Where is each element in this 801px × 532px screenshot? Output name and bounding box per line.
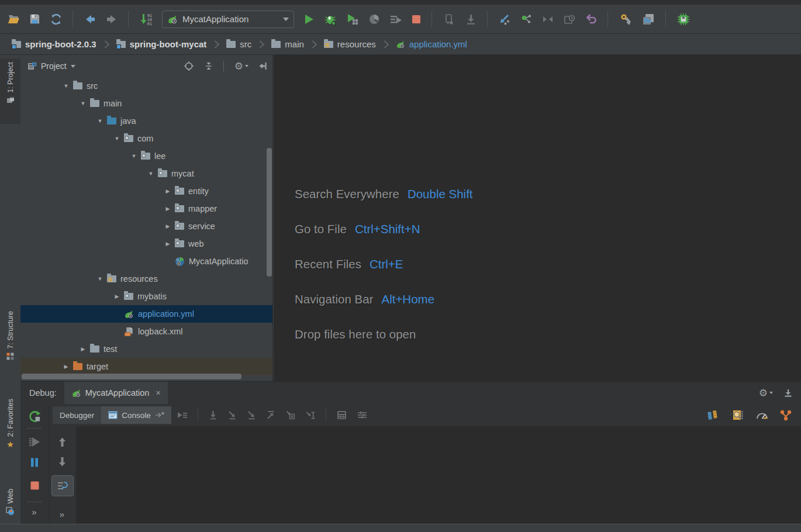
- project-structure-icon[interactable]: [641, 12, 655, 26]
- undo-icon[interactable]: [585, 13, 598, 26]
- collapse-all-icon[interactable]: [204, 61, 213, 71]
- sidebar-tab-web[interactable]: Web: [0, 485, 20, 525]
- chevron-expanded-icon[interactable]: ▼: [93, 118, 107, 124]
- debug-label: Debug:: [29, 388, 57, 398]
- chevron-collapsed-icon[interactable]: ▶: [161, 223, 175, 229]
- breadcrumb-item-src[interactable]: src: [223, 39, 255, 49]
- debug-icon[interactable]: [323, 12, 337, 26]
- tree-item-entity[interactable]: ▶entity: [20, 182, 272, 200]
- tree-item-mycat[interactable]: ▼mycat: [20, 165, 272, 182]
- save-icon[interactable]: [29, 13, 41, 25]
- chevron-expanded-icon[interactable]: ▼: [59, 83, 73, 89]
- breadcrumb-item-module[interactable]: spring-boot-mycat: [113, 39, 210, 49]
- tree-item-com[interactable]: ▼com: [20, 130, 272, 147]
- debug-toolbar: Debugger Console: [53, 404, 372, 426]
- open-folder-icon[interactable]: [7, 13, 20, 26]
- project-tool-window: Project ⚙ ▼src ▼main ▼java ▼com ▼lee ▼my…: [20, 55, 273, 381]
- hint-drop-files: Drop files here to open: [295, 326, 473, 343]
- package-icon: [158, 170, 167, 177]
- chevron-down-icon[interactable]: [71, 65, 75, 68]
- vcs-commit-icon[interactable]: [520, 13, 533, 26]
- fork-branches-icon[interactable]: [780, 409, 792, 421]
- chevron-collapsed-icon[interactable]: ▶: [110, 293, 124, 299]
- project-tree: ▼src ▼main ▼java ▼com ▼lee ▼mycat ▶entit…: [20, 77, 272, 381]
- tree-item-target[interactable]: ▶target: [20, 358, 272, 375]
- close-icon[interactable]: ×: [156, 388, 160, 398]
- sources-root-icon: [107, 118, 116, 125]
- tree-item-application-yml[interactable]: application.yml: [20, 305, 272, 323]
- forward-icon: [105, 13, 118, 26]
- locate-file-icon[interactable]: [184, 61, 194, 71]
- gauge-icon[interactable]: [755, 409, 768, 421]
- back-icon[interactable]: [84, 13, 96, 26]
- package-icon: [175, 188, 184, 195]
- horizontal-scrollbar[interactable]: [22, 374, 241, 379]
- project-panel-title[interactable]: Project: [41, 61, 67, 71]
- tree-item-service[interactable]: ▶service: [20, 217, 272, 235]
- breadcrumb-item-main[interactable]: main: [268, 39, 308, 49]
- tree-item-mapper[interactable]: ▶mapper: [20, 200, 272, 217]
- pause-icon[interactable]: [30, 457, 39, 468]
- memory-chip-icon[interactable]: [676, 12, 690, 26]
- console-output-area[interactable]: [76, 426, 801, 524]
- editor-area: Search Everywhere Double Shift Go to Fil…: [274, 55, 801, 381]
- more-actions-chevrons[interactable]: »: [32, 507, 37, 517]
- run-configuration-select[interactable]: MycatApplication: [162, 11, 294, 28]
- stop-icon[interactable]: [411, 14, 422, 25]
- toolbar-separator: [198, 409, 199, 422]
- run-icon[interactable]: [303, 13, 315, 25]
- tree-item-src[interactable]: ▼src: [20, 77, 272, 95]
- sort-download-icon[interactable]: 011001: [139, 12, 153, 26]
- threads-coil-icon[interactable]: [706, 409, 719, 421]
- vertical-scrollbar[interactable]: [267, 148, 272, 277]
- gear-icon[interactable]: ⚙: [234, 61, 248, 71]
- chevron-collapsed-icon[interactable]: ▶: [161, 188, 175, 194]
- chevron-expanded-icon[interactable]: ▼: [93, 276, 107, 282]
- settings-icon[interactable]: [619, 12, 633, 26]
- chevron-expanded-icon[interactable]: ▼: [76, 101, 90, 106]
- sidebar-tab-structure[interactable]: 7: Structure: [0, 308, 20, 381]
- tree-item-mybatis[interactable]: ▶mybatis: [20, 288, 272, 305]
- breadcrumb-item-project[interactable]: spring-boot-2.0.3: [8, 39, 100, 49]
- breadcrumb-item-file[interactable]: application.yml: [392, 39, 471, 49]
- chevron-expanded-icon[interactable]: ▼: [127, 153, 141, 159]
- chevron-expanded-icon[interactable]: ▼: [110, 136, 124, 141]
- tab-debugger[interactable]: Debugger: [53, 406, 101, 424]
- toolbar-separator: [326, 409, 327, 422]
- local-history-icon: [563, 13, 576, 26]
- chevron-collapsed-icon[interactable]: ▶: [76, 346, 90, 352]
- tool-window-stripe: 1: Project 7: Structure 2: Favorites ★ W…: [0, 55, 21, 524]
- gear-icon[interactable]: ⚙: [759, 388, 773, 398]
- run-with-coverage-icon[interactable]: [346, 13, 359, 26]
- search-document-icon[interactable]: [731, 409, 744, 421]
- tree-item-java[interactable]: ▼java: [20, 112, 272, 130]
- spring-yml-icon: [396, 40, 405, 49]
- tree-item-logback-xml[interactable]: <> logback.xml: [20, 323, 272, 340]
- chevron-expanded-icon[interactable]: ▼: [144, 171, 158, 177]
- chevron-collapsed-icon[interactable]: ▶: [59, 364, 73, 369]
- restore-layout-button[interactable]: [51, 475, 74, 496]
- breadcrumb-item-resources[interactable]: resources: [320, 39, 379, 49]
- stop-icon[interactable]: [30, 481, 40, 490]
- tree-item-test[interactable]: ▶test: [20, 340, 272, 358]
- hide-panel-icon[interactable]: [258, 61, 268, 71]
- more-actions-chevrons[interactable]: »: [60, 509, 65, 519]
- hide-panel-down-icon[interactable]: [783, 388, 793, 398]
- tree-item-resources[interactable]: ▼resources: [20, 270, 272, 288]
- tree-item-main[interactable]: ▼main: [20, 95, 272, 112]
- tab-console[interactable]: Console: [101, 406, 171, 424]
- synchronize-icon[interactable]: [50, 13, 63, 26]
- drop-frame-icon: [286, 410, 295, 420]
- sidebar-tab-project[interactable]: 1: Project: [0, 58, 20, 124]
- chevron-collapsed-icon[interactable]: ▶: [161, 206, 175, 212]
- rerun-icon[interactable]: [28, 410, 42, 423]
- filter-settings-icon: [357, 411, 367, 419]
- sidebar-tab-favorites[interactable]: 2: Favorites ★: [0, 395, 20, 468]
- tree-item-web[interactable]: ▶web: [20, 235, 272, 253]
- step-over-icon: [209, 410, 217, 420]
- chevron-collapsed-icon[interactable]: ▶: [161, 241, 175, 247]
- tree-item-mycatapplication[interactable]: MycatApplicatio: [20, 253, 272, 270]
- debug-session-tab[interactable]: MycatApplication ×: [64, 382, 168, 404]
- vcs-update-icon[interactable]: [498, 13, 511, 26]
- tree-item-lee[interactable]: ▼lee: [20, 147, 272, 165]
